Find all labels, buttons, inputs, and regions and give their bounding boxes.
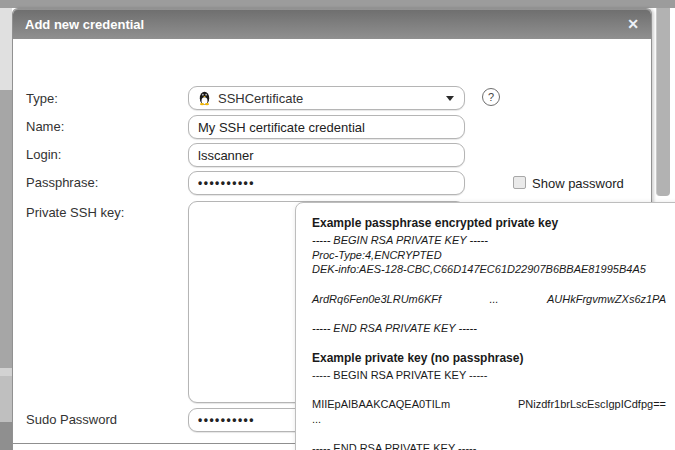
background-band [0,376,12,422]
key-fragment-right: PNizdfr1brLscEscIgpICdfpg== [518,397,666,426]
login-input[interactable] [188,143,465,167]
show-password-checkbox[interactable] [513,176,526,189]
dialog-titlebar: Add new credential ✕ [13,9,651,39]
login-label: Login: [26,147,61,162]
tooltip-end-line: ----- END RSA PRIVATE KEY ----- [312,321,666,336]
show-password-label: Show password [532,176,624,191]
dialog-title: Add new credential [25,17,627,32]
tooltip-begin-line: ----- BEGIN RSA PRIVATE KEY ----- [312,368,666,383]
background-top-strip [0,0,675,8]
name-input[interactable] [188,115,465,139]
background-band [0,368,12,376]
passphrase-input[interactable] [188,171,465,195]
private-key-help-tooltip: Example passphrase encrypted private key… [295,202,675,450]
private-key-label: Private SSH key: [26,205,124,220]
tooltip-end-line: ----- END RSA PRIVATE KEY ----- [312,441,666,450]
tooltip-proc-type-line: Proc-Type:4,ENCRYPTED [312,248,666,263]
tooltip-heading-encrypted: Example passphrase encrypted private key [312,216,666,230]
tooltip-key-line: ArdRq6Fen0e3LRUm6KFf ... AUHkFrgvmwZXs6z… [312,292,666,307]
type-select-value: SSHCertificate [218,91,440,106]
tooltip-heading-plain: Example private key (no passphrase) [312,351,666,365]
tooltip-key-line: MIIEpAIBAAKCAQEA0TILm ... PNizdfr1brLscE… [312,397,666,426]
key-fragment-right: AUHkFrgvmwZXs6z1PA [547,292,666,307]
close-icon[interactable]: ✕ [627,17,639,31]
type-label: Type: [26,91,58,106]
linux-tux-icon [197,90,212,106]
key-fragment-left: MIIEpAIBAAKCAQEA0TILm ... [312,397,460,426]
sudo-password-label: Sudo Password [26,412,117,427]
page-scrollbar-thumb[interactable] [656,8,670,196]
name-label: Name: [26,119,64,134]
background-left-strip [0,8,12,450]
passphrase-label: Passphrase: [26,175,98,190]
type-select[interactable]: SSHCertificate [188,86,465,110]
key-fragment-left: ArdRq6Fen0e3LRUm6KFf [312,292,441,307]
tooltip-begin-line: ----- BEGIN RSA PRIVATE KEY ----- [312,233,666,248]
type-help-icon[interactable]: ? [482,88,500,106]
tooltip-dek-info-line: DEK-info:AES-128-CBC,C66D147EC61D22907B6… [312,262,666,277]
key-fragment-ellipsis: ... [489,292,498,307]
background-band [0,90,12,368]
background-band [0,8,12,90]
background-band [0,422,12,450]
dropdown-arrow-icon [446,96,454,101]
